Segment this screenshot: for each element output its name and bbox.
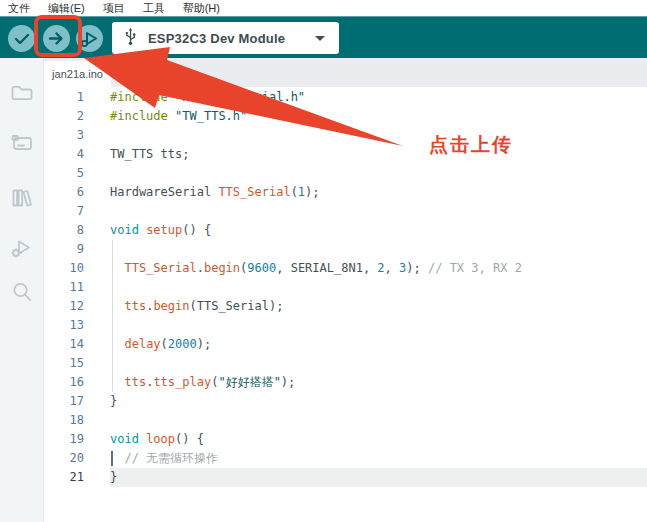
activity-sidebar xyxy=(0,58,44,522)
sidebar-item-sketchbook[interactable] xyxy=(9,79,35,105)
menu-item-1[interactable]: 编辑(E) xyxy=(39,1,94,16)
text-cursor xyxy=(111,451,113,466)
code-line[interactable]: 21} xyxy=(44,468,647,487)
line-number: 6 xyxy=(44,183,84,202)
line-number: 2 xyxy=(44,107,84,126)
arrow-right-icon xyxy=(43,25,70,52)
line-number: 12 xyxy=(44,297,84,316)
line-number: 20 xyxy=(44,449,84,468)
folder-icon xyxy=(9,79,35,105)
line-number: 5 xyxy=(44,164,84,183)
menu-item-4[interactable]: 帮助(H) xyxy=(174,1,229,16)
verify-button[interactable] xyxy=(8,25,35,52)
board-selector-label: ESP32C3 Dev Module xyxy=(148,31,285,46)
sidebar-item-search[interactable] xyxy=(9,279,35,305)
code-line[interactable]: 11 xyxy=(44,278,647,297)
toolbar: ESP32C3 Dev Module xyxy=(0,16,647,58)
code-line[interactable]: 10 TTS_Serial.begin(9600, SERIAL_8N1, 2,… xyxy=(44,259,647,278)
menu-item-0[interactable]: 文件 xyxy=(8,1,39,16)
board-selector[interactable]: ESP32C3 Dev Module xyxy=(112,22,339,54)
code-editor[interactable]: 1#include "HardwareSerial.h"2#include "T… xyxy=(44,87,647,522)
upload-button[interactable] xyxy=(43,25,70,52)
code-line[interactable]: 16 tts.tts_play("好好搭搭"); xyxy=(44,373,647,392)
sidebar-item-debug[interactable] xyxy=(9,235,35,261)
line-number: 1 xyxy=(44,88,84,107)
code-line[interactable]: 1#include "HardwareSerial.h" xyxy=(44,88,647,107)
code-line[interactable]: 17} xyxy=(44,392,647,411)
line-number: 11 xyxy=(44,278,84,297)
code-line[interactable]: 14 delay(2000); xyxy=(44,335,647,354)
menu-item-3[interactable]: 工具 xyxy=(134,1,174,16)
usb-icon xyxy=(123,27,138,50)
code-line[interactable]: 6HardwareSerial TTS_Serial(1); xyxy=(44,183,647,202)
chevron-down-icon xyxy=(315,36,325,41)
line-number: 14 xyxy=(44,335,84,354)
code-line[interactable]: 3 xyxy=(44,126,647,145)
line-number: 16 xyxy=(44,373,84,392)
line-number: 13 xyxy=(44,316,84,335)
code-line[interactable]: 5 xyxy=(44,164,647,183)
check-icon xyxy=(8,25,35,52)
line-number: 17 xyxy=(44,392,84,411)
line-number: 3 xyxy=(44,126,84,145)
code-line[interactable]: 18 xyxy=(44,411,647,430)
code-line[interactable]: 13 xyxy=(44,316,647,335)
tab-label: jan21a.ino xyxy=(52,68,103,80)
menu-item-2[interactable]: 项目 xyxy=(94,1,134,16)
code-line[interactable]: 4TW_TTS tts; xyxy=(44,145,647,164)
library-icon xyxy=(9,185,35,211)
debug-play-icon xyxy=(76,25,103,52)
tab-sketch[interactable]: jan21a.ino xyxy=(44,61,111,87)
board-icon xyxy=(9,130,35,156)
line-number: 7 xyxy=(44,202,84,221)
code-line[interactable]: 9 xyxy=(44,240,647,259)
code-line[interactable]: 15 xyxy=(44,354,647,373)
line-number: 18 xyxy=(44,411,84,430)
debug-button[interactable] xyxy=(76,25,103,52)
line-number: 21 xyxy=(44,468,84,487)
menu-bar: 文件编辑(E)项目工具帮助(H) xyxy=(0,0,647,16)
line-number: 19 xyxy=(44,430,84,449)
line-number: 9 xyxy=(44,240,84,259)
line-number: 8 xyxy=(44,221,84,240)
sidebar-item-boards-manager[interactable] xyxy=(9,130,35,156)
code-line[interactable]: 19void loop() { xyxy=(44,430,647,449)
debug-icon xyxy=(9,235,35,261)
sidebar-item-library-manager[interactable] xyxy=(9,185,35,211)
tab-strip: jan21a.ino xyxy=(44,58,647,87)
code-line[interactable]: 12 tts.begin(TTS_Serial); xyxy=(44,297,647,316)
code-line[interactable]: 8void setup() { xyxy=(44,221,647,240)
line-number: 10 xyxy=(44,259,84,278)
code-line[interactable]: 20 // 无需循环操作 xyxy=(44,449,647,468)
code-area: 1#include "HardwareSerial.h"2#include "T… xyxy=(44,88,647,487)
arduino-ide-window: 文件编辑(E)项目工具帮助(H) xyxy=(0,0,647,522)
search-icon xyxy=(9,279,35,305)
code-line[interactable]: 2#include "TW_TTS.h" xyxy=(44,107,647,126)
line-number: 4 xyxy=(44,145,84,164)
code-line[interactable]: 7 xyxy=(44,202,647,221)
line-number: 15 xyxy=(44,354,84,373)
